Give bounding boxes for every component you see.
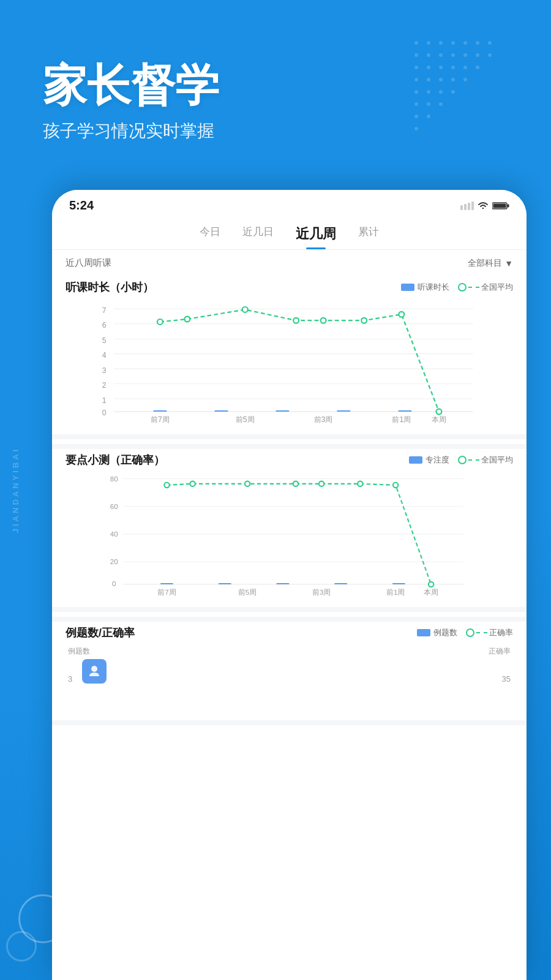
svg-text:20: 20 xyxy=(110,558,118,565)
wifi-icon xyxy=(478,202,489,210)
svg-rect-60 xyxy=(276,410,289,412)
chart3-left-value: 3 xyxy=(68,674,72,684)
legend3-circle-icon xyxy=(466,628,474,637)
svg-point-33 xyxy=(427,115,430,118)
svg-point-66 xyxy=(293,318,299,323)
svg-rect-89 xyxy=(334,583,347,584)
tab-recent-days[interactable]: 近几日 xyxy=(242,225,274,249)
svg-point-69 xyxy=(399,312,404,317)
svg-text:前5周: 前5周 xyxy=(238,589,257,596)
svg-rect-36 xyxy=(464,204,467,210)
chart3-title: 例题数/正确率 xyxy=(66,625,135,640)
legend2-dashed-line xyxy=(468,459,479,461)
legend2-line-label: 全国平均 xyxy=(481,454,513,466)
svg-point-16 xyxy=(439,66,443,69)
tab-cumulative[interactable]: 累计 xyxy=(358,225,379,249)
svg-point-34 xyxy=(414,127,418,130)
chart3-header: 例题数/正确率 例题数 正确率 xyxy=(66,622,513,640)
chart1-title: 听课时长（小时） xyxy=(66,280,154,295)
chevron-down-icon: ▼ xyxy=(504,258,513,268)
svg-text:6: 6 xyxy=(102,321,107,330)
period-label: 近八周听课 xyxy=(66,257,111,269)
chart2-svg: 80 60 40 20 0 xyxy=(66,473,513,596)
svg-point-18 xyxy=(463,66,467,69)
svg-point-67 xyxy=(321,318,326,323)
status-icons xyxy=(460,202,509,210)
status-time: 5:24 xyxy=(69,198,94,213)
page-subtitle: 孩子学习情况实时掌握 xyxy=(43,119,219,143)
legend3-bar-item: 例题数 xyxy=(417,627,457,638)
svg-point-30 xyxy=(427,102,430,106)
legend-circle-icon xyxy=(458,283,467,292)
svg-point-22 xyxy=(439,78,443,81)
chart2-container: 80 60 40 20 0 xyxy=(66,473,513,596)
chart1-legend: 听课时长 全国平均 xyxy=(401,282,513,293)
chart-quiz-accuracy: 要点小测（正确率） 专注度 全国平均 xyxy=(52,444,527,612)
svg-point-19 xyxy=(476,66,479,69)
chart3-axis-labels: 例题数 正确率 xyxy=(66,646,513,657)
svg-point-3 xyxy=(451,41,455,45)
svg-rect-87 xyxy=(219,583,231,584)
svg-point-7 xyxy=(414,53,418,57)
svg-text:2: 2 xyxy=(102,381,107,390)
chart1-container: 7 6 5 4 3 2 1 0 xyxy=(66,301,513,423)
svg-text:前7周: 前7周 xyxy=(151,415,170,423)
svg-rect-61 xyxy=(337,410,350,412)
svg-rect-37 xyxy=(468,203,470,210)
svg-point-98 xyxy=(429,582,433,587)
chart2-title: 要点小测（正确率） xyxy=(66,453,165,467)
legend2-bar-item: 专注度 xyxy=(409,454,449,466)
page-header: 家长督学 孩子学习情况实时掌握 xyxy=(43,61,219,143)
legend-bar-icon xyxy=(401,284,414,291)
svg-point-24 xyxy=(463,78,467,81)
svg-point-6 xyxy=(488,41,492,45)
svg-text:前1周: 前1周 xyxy=(392,415,411,423)
svg-point-92 xyxy=(190,481,195,486)
battery-icon xyxy=(492,202,509,210)
svg-rect-90 xyxy=(392,583,405,584)
phone-content[interactable]: 近八周听课 全部科目 ▼ 听课时长（小时） 听课时长 全国平均 xyxy=(52,250,527,979)
svg-text:5: 5 xyxy=(102,336,107,345)
legend3-bar-label: 例题数 xyxy=(433,627,457,638)
svg-point-93 xyxy=(245,481,250,486)
legend3-dashed-line xyxy=(476,632,487,633)
status-bar: 5:24 xyxy=(52,190,527,217)
chart2-header: 要点小测（正确率） 专注度 全国平均 xyxy=(66,449,513,467)
svg-rect-41 xyxy=(493,203,506,208)
legend-bar-label: 听课时长 xyxy=(418,282,449,293)
svg-point-21 xyxy=(427,78,430,81)
page-title: 家长督学 xyxy=(43,61,219,110)
legend-line-label: 全国平均 xyxy=(481,282,513,293)
svg-point-27 xyxy=(439,90,443,94)
chart3-right-value: 35 xyxy=(502,674,511,684)
svg-point-63 xyxy=(157,319,163,325)
svg-point-32 xyxy=(414,115,418,118)
svg-text:前7周: 前7周 xyxy=(157,589,176,596)
legend-dashed-line xyxy=(468,287,479,288)
svg-point-14 xyxy=(414,66,418,69)
svg-point-97 xyxy=(393,483,398,488)
svg-rect-58 xyxy=(153,410,167,412)
svg-rect-59 xyxy=(214,410,228,412)
tab-today[interactable]: 今日 xyxy=(200,225,220,249)
svg-point-26 xyxy=(427,90,430,94)
chart3-y-left-label: 例题数 xyxy=(68,646,90,657)
legend3-line-label: 正确率 xyxy=(489,627,513,638)
nav-tabs: 今日 近几日 近几周 累计 xyxy=(52,217,527,250)
svg-point-9 xyxy=(439,53,443,57)
svg-text:60: 60 xyxy=(110,503,118,510)
deco-circle-small xyxy=(6,931,37,962)
phone-mockup: 5:24 今日 近几日 近几周 xyxy=(52,190,527,980)
subject-filter[interactable]: 全部科目 ▼ xyxy=(468,258,513,269)
svg-point-68 xyxy=(361,318,367,323)
svg-text:前3周: 前3周 xyxy=(314,415,333,423)
svg-text:前1周: 前1周 xyxy=(386,589,405,596)
chart3-legend: 例题数 正确率 xyxy=(417,627,513,638)
svg-point-5 xyxy=(476,41,479,45)
legend2-line-item: 全国平均 xyxy=(458,454,513,466)
svg-text:4: 4 xyxy=(102,351,107,360)
svg-point-11 xyxy=(463,53,467,57)
legend2-circle-icon xyxy=(458,456,467,464)
svg-point-29 xyxy=(414,102,418,106)
tab-recent-weeks[interactable]: 近几周 xyxy=(296,225,336,249)
